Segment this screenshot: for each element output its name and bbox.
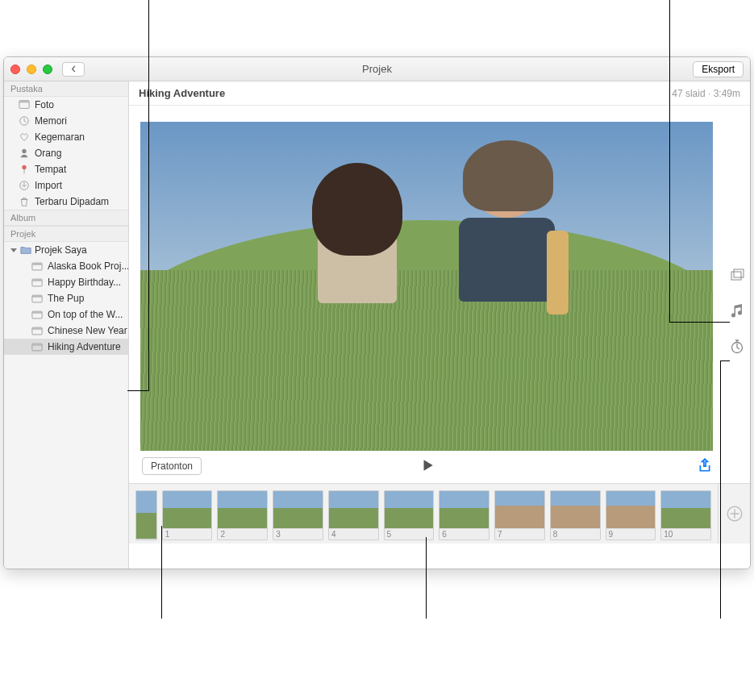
thumbnail[interactable]: 6 [439,490,489,540]
slideshow-icon [31,278,43,287]
thumbnail-number: 8 [551,529,600,540]
photo-icon [19,99,30,110]
thumbnail[interactable]: 2 [217,490,268,540]
sidebar-item-label: Foto [35,99,54,110]
play-icon [420,458,435,473]
slideshow-icon [31,327,43,335]
theme-button[interactable] [728,267,746,285]
share-button[interactable] [698,458,712,475]
thumbnail-number: 9 [606,529,656,540]
sidebar-item-photos[interactable]: Foto [4,97,128,113]
sidebar-item-import[interactable]: Import [4,177,128,194]
svg-rect-14 [32,311,42,314]
thumbnail[interactable]: 10 [660,490,711,540]
music-icon [729,303,745,319]
sidebar-project-item[interactable]: Happy Birthday... [4,274,128,290]
titlebar: Projek Eksport [4,57,750,81]
sidebar-section-projects: Projek [4,226,128,242]
chevron-down-icon [10,248,17,252]
back-button[interactable] [62,62,85,77]
svg-rect-10 [32,279,42,281]
thumbnail-number: 4 [329,529,378,540]
minimize-window-button[interactable] [27,65,36,74]
svg-rect-5 [24,169,25,173]
sidebar-item-people[interactable]: Orang [4,145,128,161]
sidebar-item-label: Orang [35,148,61,159]
sidebar-section-album: Album [4,210,128,226]
thumbnail[interactable]: 4 [328,490,379,540]
thumbnail-number: 2 [218,529,267,540]
project-label: On top of the W... [48,309,123,320]
project-header: Hiking Adventure 47 slaid · 3:49m [129,81,750,106]
duration-button[interactable] [728,338,746,356]
thumbnail[interactable]: 7 [494,490,545,540]
sidebar: Pustaka Foto Memori Kegemaran Orang [4,81,129,569]
project-label: Hiking Adventure [48,341,121,352]
person-illustration [301,167,414,352]
svg-point-3 [22,149,26,153]
slide-count: 47 slaid [672,88,705,99]
svg-rect-20 [734,269,744,277]
sidebar-item-label: Import [35,180,62,191]
app-window: Projek Eksport Pustaka Foto Memori Kegem… [3,56,751,569]
svg-rect-16 [32,327,42,330]
svg-rect-12 [32,295,42,298]
thumbnail-strip: 1 2 3 4 5 6 7 8 9 10 [129,483,750,544]
svg-rect-18 [32,344,42,346]
sidebar-my-projects-folder[interactable]: Projek Saya [4,242,128,258]
heart-icon [19,131,30,143]
chevron-left-icon [70,65,77,73]
export-button[interactable]: Eksport [693,61,744,77]
thumbnail-number: 7 [495,529,544,540]
slide-preview-area: Pratonton [129,106,750,483]
thumbnail[interactable]: 5 [384,490,435,540]
preview-button[interactable]: Pratonton [142,457,202,475]
sidebar-item-label: Memori [35,115,67,127]
person-icon [19,148,30,159]
thumbnail[interactable]: 1 [162,490,213,540]
music-button[interactable] [728,302,746,320]
slideshow-icon [31,310,43,319]
thumbnail[interactable]: 8 [550,490,601,540]
sidebar-item-favorites[interactable]: Kegemaran [4,129,128,145]
import-icon [19,180,30,191]
thumbnail-partial[interactable] [135,490,157,540]
sidebar-project-item[interactable]: On top of the W... [4,306,128,323]
slideshow-icon [31,294,43,303]
svg-rect-19 [731,272,741,280]
play-button[interactable] [420,458,435,475]
person-illustration [438,143,575,352]
theme-icon [729,268,745,284]
sidebar-project-item-selected[interactable]: Hiking Adventure [4,339,128,355]
slideshow-icon [31,262,43,271]
share-icon [698,458,712,473]
pin-icon [19,164,30,175]
thumbnail[interactable]: 9 [606,490,656,540]
sidebar-project-item[interactable]: Chinese New Year [4,323,128,339]
slideshow-tools [724,81,750,508]
sidebar-item-places[interactable]: Tempat [4,161,128,177]
zoom-window-button[interactable] [43,65,52,74]
thumbnail[interactable]: 3 [273,490,323,540]
preview-controls: Pratonton [140,451,714,478]
sidebar-item-recently-deleted[interactable]: Terbaru Dipadam [4,194,128,210]
sidebar-project-item[interactable]: The Pup [4,290,128,306]
clock-icon [19,115,30,127]
project-label: The Pup [48,293,84,304]
thumbnail-number: 1 [163,529,212,540]
thumbnail-number: 3 [273,529,323,540]
project-label: Alaska Book Proj... [48,260,128,272]
sidebar-section-library: Pustaka [4,81,128,97]
sidebar-item-label: Tempat [35,164,66,175]
sidebar-project-item[interactable]: Alaska Book Proj... [4,258,128,274]
sidebar-item-memories[interactable]: Memori [4,113,128,129]
svg-rect-1 [19,101,29,103]
slide-preview[interactable] [140,122,713,451]
window-title: Projek [4,63,750,75]
slideshow-icon [31,343,43,352]
close-window-button[interactable] [10,65,20,74]
sidebar-item-label: Kegemaran [35,131,85,143]
thumbnail-number: 6 [439,529,489,540]
thumbnails[interactable]: 1 2 3 4 5 6 7 8 9 10 [129,484,718,544]
project-label: Chinese New Year [48,325,127,336]
